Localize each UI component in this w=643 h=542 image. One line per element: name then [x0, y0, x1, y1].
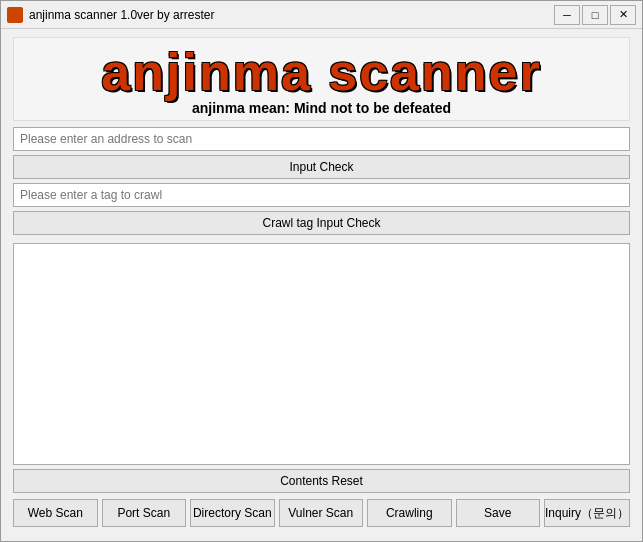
directory-scan-button[interactable]: Directory Scan — [190, 499, 275, 527]
tag-section: Crawl tag Input Check — [13, 183, 630, 235]
web-scan-button[interactable]: Web Scan — [13, 499, 98, 527]
maximize-button[interactable]: □ — [582, 5, 608, 25]
header-banner: anjinma scanner anjinma mean: Mind not t… — [13, 37, 630, 121]
address-section: Input Check — [13, 127, 630, 179]
address-input[interactable] — [13, 127, 630, 151]
app-icon — [7, 7, 23, 23]
minimize-button[interactable]: ─ — [554, 5, 580, 25]
output-area[interactable] — [13, 243, 630, 465]
window-title: anjinma scanner 1.0ver by arrester — [29, 8, 554, 22]
window-content: anjinma scanner anjinma mean: Mind not t… — [1, 29, 642, 541]
crawling-button[interactable]: Crawling — [367, 499, 452, 527]
window-controls: ─ □ ✕ — [554, 5, 636, 25]
tag-input[interactable] — [13, 183, 630, 207]
vulner-scan-button[interactable]: Vulner Scan — [279, 499, 364, 527]
save-button[interactable]: Save — [456, 499, 541, 527]
inquiry-button[interactable]: Inquiry（문의） — [544, 499, 630, 527]
port-scan-button[interactable]: Port Scan — [102, 499, 187, 527]
crawl-check-button[interactable]: Crawl tag Input Check — [13, 211, 630, 235]
contents-reset-button[interactable]: Contents Reset — [13, 469, 630, 493]
banner-title: anjinma scanner — [18, 46, 625, 98]
main-window: anjinma scanner 1.0ver by arrester ─ □ ✕… — [0, 0, 643, 542]
bottom-buttons: Web Scan Port Scan Directory Scan Vulner… — [13, 499, 630, 533]
close-button[interactable]: ✕ — [610, 5, 636, 25]
input-check-button[interactable]: Input Check — [13, 155, 630, 179]
banner-subtitle: anjinma mean: Mind not to be defeated — [18, 100, 625, 116]
title-bar: anjinma scanner 1.0ver by arrester ─ □ ✕ — [1, 1, 642, 29]
